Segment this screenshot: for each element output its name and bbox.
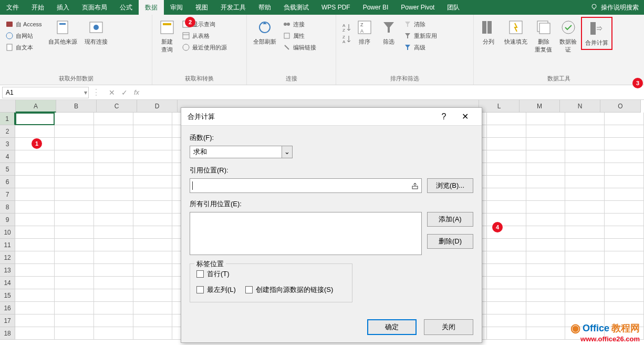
- cell[interactable]: [55, 277, 94, 289]
- cell[interactable]: [605, 264, 644, 277]
- reapply-button[interactable]: 重新应用: [401, 31, 439, 41]
- cell[interactable]: [94, 239, 133, 251]
- cell[interactable]: [565, 138, 605, 150]
- menu-home[interactable]: 开始: [25, 0, 50, 15]
- function-select[interactable]: 求和 ⌄: [190, 146, 293, 158]
- from-table-button[interactable]: 从表格: [180, 31, 229, 41]
- cell[interactable]: [55, 125, 94, 138]
- cell[interactable]: [133, 125, 173, 138]
- cell[interactable]: [605, 113, 644, 125]
- cell[interactable]: [15, 302, 55, 314]
- cell[interactable]: [526, 314, 566, 327]
- cell[interactable]: [55, 214, 94, 226]
- cell[interactable]: [15, 289, 55, 302]
- menu-page-layout[interactable]: 页面布局: [76, 0, 113, 15]
- cell[interactable]: [133, 289, 173, 302]
- col-header[interactable]: M: [520, 100, 560, 113]
- cell[interactable]: [526, 113, 566, 125]
- reference-input[interactable]: [190, 178, 422, 193]
- cell[interactable]: [15, 125, 55, 138]
- help-search[interactable]: 操作说明搜索: [585, 3, 644, 12]
- cell[interactable]: [487, 138, 526, 150]
- cell[interactable]: [487, 163, 526, 176]
- formula-enter-button[interactable]: ✓: [121, 88, 128, 97]
- name-box[interactable]: A1 ▾: [2, 87, 89, 98]
- filter-button[interactable]: 筛选: [377, 17, 400, 48]
- cell[interactable]: [15, 163, 55, 176]
- cell[interactable]: [526, 239, 566, 251]
- cell[interactable]: [94, 226, 133, 239]
- cell[interactable]: [605, 163, 644, 176]
- cell[interactable]: [133, 150, 173, 163]
- properties-button[interactable]: 属性: [281, 31, 318, 41]
- cell[interactable]: [133, 251, 173, 264]
- col-header[interactable]: A: [16, 100, 56, 113]
- cell[interactable]: [605, 302, 644, 314]
- cell[interactable]: [565, 264, 605, 277]
- cell[interactable]: [487, 176, 526, 188]
- row-header[interactable]: 15: [0, 289, 15, 302]
- cell[interactable]: [133, 239, 173, 251]
- cell[interactable]: [55, 264, 94, 277]
- col-header[interactable]: C: [97, 100, 137, 113]
- cell[interactable]: [487, 201, 526, 214]
- cell[interactable]: [565, 163, 605, 176]
- menu-developer[interactable]: 开发工具: [214, 0, 252, 15]
- cell[interactable]: [487, 239, 526, 251]
- insert-function-button[interactable]: fx: [134, 88, 139, 97]
- consolidate-button[interactable]: 合并计算: [581, 17, 612, 50]
- cell[interactable]: [55, 113, 94, 125]
- cell[interactable]: [526, 201, 566, 214]
- col-header[interactable]: N: [560, 100, 600, 113]
- flash-fill-button[interactable]: 快速填充: [501, 17, 531, 48]
- cell[interactable]: [526, 264, 566, 277]
- cell[interactable]: [55, 188, 94, 201]
- first-row-checkbox[interactable]: 首行(T): [196, 269, 236, 279]
- row-header[interactable]: 1: [0, 113, 15, 125]
- cell[interactable]: [133, 163, 173, 176]
- cell[interactable]: [133, 302, 173, 314]
- cell[interactable]: [526, 125, 566, 138]
- cell[interactable]: [55, 138, 94, 150]
- cell[interactable]: [15, 226, 55, 239]
- from-other-sources-button[interactable]: 自其他来源: [45, 17, 80, 48]
- cell[interactable]: [94, 302, 133, 314]
- row-header[interactable]: 9: [0, 214, 15, 226]
- cell[interactable]: [94, 314, 133, 327]
- row-header[interactable]: 17: [0, 314, 15, 327]
- cell[interactable]: [565, 176, 605, 188]
- cell[interactable]: [565, 214, 605, 226]
- cell[interactable]: [15, 201, 55, 214]
- dialog-close-button[interactable]: ✕: [454, 111, 475, 121]
- cell[interactable]: [94, 176, 133, 188]
- row-header[interactable]: 16: [0, 302, 15, 314]
- cell[interactable]: [487, 251, 526, 264]
- row-header[interactable]: 5: [0, 163, 15, 176]
- cell[interactable]: [605, 125, 644, 138]
- sort-button[interactable]: ZA排序: [353, 17, 376, 48]
- menu-powerbi[interactable]: Power BI: [357, 0, 395, 15]
- select-all-corner[interactable]: [0, 100, 16, 113]
- cell[interactable]: [15, 214, 55, 226]
- chevron-down-icon[interactable]: ▾: [84, 89, 87, 96]
- collapse-dialog-icon[interactable]: [410, 180, 420, 191]
- cell[interactable]: [15, 113, 55, 125]
- cell[interactable]: [605, 277, 644, 289]
- advanced-filter-button[interactable]: 高级: [401, 42, 439, 53]
- cell[interactable]: [133, 277, 173, 289]
- row-header[interactable]: 10: [0, 226, 15, 239]
- cell[interactable]: [94, 150, 133, 163]
- cell[interactable]: [94, 327, 133, 340]
- cell[interactable]: [565, 277, 605, 289]
- menu-loadtest[interactable]: 负载测试: [277, 0, 315, 15]
- cell[interactable]: [15, 188, 55, 201]
- cell[interactable]: [55, 251, 94, 264]
- cell[interactable]: [94, 138, 133, 150]
- cell[interactable]: [565, 239, 605, 251]
- cell[interactable]: [133, 314, 173, 327]
- cell[interactable]: [133, 176, 173, 188]
- cell[interactable]: [565, 150, 605, 163]
- cell[interactable]: [94, 289, 133, 302]
- cell[interactable]: [94, 277, 133, 289]
- connections-button[interactable]: 连接: [281, 19, 318, 29]
